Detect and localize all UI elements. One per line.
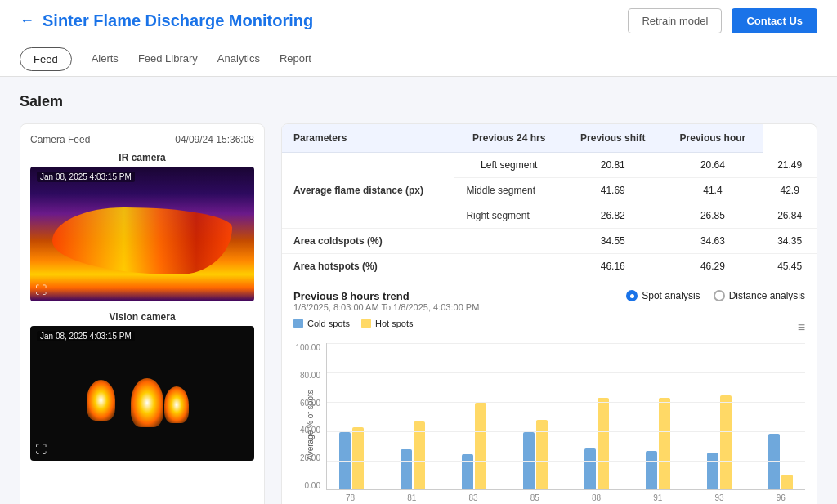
prevshift-val: 41.4 (662, 178, 763, 203)
col-parameters: Parameters (282, 124, 454, 153)
hot-bar (598, 398, 609, 489)
bar-group-83 (450, 403, 498, 489)
legend-cold-label: Cold spots (307, 319, 350, 328)
prevhour-val: 42.9 (763, 178, 817, 203)
expand-vision-icon[interactable]: ⛶ (35, 443, 47, 456)
spot-analysis-label: Spot analysis (642, 290, 700, 301)
main-grid: Camera Feed 04/09/24 15:36:08 IR camera … (20, 123, 817, 504)
cold-bar (584, 448, 596, 489)
coldspots-row: Area coldspots (%) 34.55 34.63 34.35 (282, 229, 817, 254)
x-label: 88 (572, 493, 620, 502)
segment-label: Middle segment (454, 178, 563, 203)
bar-group-81 (388, 421, 436, 489)
nav-item-report[interactable]: Report (280, 42, 311, 76)
bar-group-91 (634, 398, 683, 489)
prevhour-val: 26.84 (763, 203, 817, 229)
chart-legend: Cold spots Hot spots (293, 319, 413, 328)
prev24-val: 41.69 (563, 178, 662, 203)
bar-group-96 (757, 434, 805, 489)
segment-label: Left segment (454, 153, 563, 178)
trend-top: Previous 8 hours trend 1/8/2025, 8:03:00… (293, 290, 805, 319)
vision-timestamp: Jan 08, 2025 4:03:15 PM (37, 331, 135, 341)
bar-group-93 (696, 395, 744, 489)
nav-item-feed[interactable]: Feed (20, 47, 72, 71)
col-prevshift: Previous shift (563, 124, 662, 153)
prevshift-val: 26.85 (662, 203, 763, 229)
distance-analysis-option[interactable]: Distance analysis (714, 290, 805, 301)
coldspots-label: Area coldspots (%) (282, 229, 563, 254)
nav-item-alerts[interactable]: Alerts (92, 42, 119, 76)
x-label: 85 (511, 493, 559, 502)
hotspots-row: Area hotspots (%) 46.16 46.29 45.45 (282, 254, 817, 279)
nav-item-feed-library[interactable]: Feed Library (138, 42, 198, 76)
header-right: Retrain model Contact Us (628, 8, 817, 33)
hot-bar (659, 398, 670, 489)
hot-bar (475, 403, 486, 489)
segment-label: Right segment (454, 203, 563, 229)
x-label: 96 (757, 493, 805, 502)
hot-bar (414, 421, 425, 489)
vision-flame-3 (164, 386, 189, 423)
vision-camera-bg (30, 326, 254, 461)
spot-analysis-option[interactable]: Spot analysis (626, 290, 700, 301)
expand-ir-icon[interactable]: ⛶ (35, 283, 47, 297)
x-label: 91 (633, 493, 682, 502)
distance-analysis-label: Distance analysis (729, 290, 805, 301)
legend-hot-dot (361, 319, 371, 328)
hot-bar (720, 395, 732, 489)
retrain-button[interactable]: Retrain model (628, 8, 722, 33)
hotspots-label: Area hotspots (%) (282, 254, 563, 279)
x-label: 81 (387, 493, 436, 502)
back-button[interactable]: ← (20, 12, 34, 29)
x-label: 83 (450, 493, 498, 502)
legend-cold-dot (293, 319, 303, 328)
parameters-table: Parameters Previous 24 hrs Previous shif… (282, 124, 817, 279)
trend-title: Previous 8 hours trend (293, 290, 479, 302)
ir-camera-feed: Jan 08, 2025 4:03:15 PM ⛶ (30, 167, 254, 301)
trend-title-block: Previous 8 hours trend 1/8/2025, 8:03:00… (293, 290, 479, 319)
cold-bar (339, 432, 351, 489)
vision-camera-label: Vision camera (30, 311, 254, 323)
trend-range: 1/8/2025, 8:03:00 AM To 1/8/2025, 4:03:0… (293, 302, 479, 312)
cold-bar (768, 434, 780, 489)
vision-flame-2 (131, 378, 163, 427)
page-title: Sinter Flame Discharge Monitoring (43, 11, 313, 30)
ir-timestamp: Jan 08, 2025 4:03:15 PM (37, 172, 135, 182)
nav-item-analytics[interactable]: Analytics (217, 42, 260, 76)
avg-flame-label: Average flame distance (px) (282, 153, 454, 229)
location-title: Salem (20, 93, 817, 110)
x-label: 78 (326, 493, 374, 502)
cold-bar (707, 453, 718, 489)
camera-timestamp: 04/09/24 15:36:08 (175, 134, 254, 145)
table-row: Average flame distance (px) Left segment… (282, 153, 817, 178)
y-axis: 100.00 80.00 60.00 40.00 20.00 0.00 (293, 343, 325, 490)
spot-radio-circle (626, 290, 638, 301)
distance-radio-circle (714, 290, 725, 301)
cold-bar (523, 432, 535, 489)
cold-bar (646, 451, 657, 489)
ir-camera-bg (30, 167, 254, 301)
col-prevhour: Previous hour (662, 124, 763, 153)
chart-menu-icon[interactable]: ≡ (798, 320, 805, 335)
vision-flame-1 (87, 380, 115, 421)
ir-camera-label: IR camera (30, 152, 254, 163)
cold-bar (462, 454, 473, 489)
legend-cold: Cold spots (293, 319, 350, 328)
x-labels-container: 7881838588919396 (326, 493, 805, 502)
col-prev24: Previous 24 hrs (454, 124, 563, 153)
navigation: FeedAlertsFeed LibraryAnalyticsReport (0, 42, 837, 77)
trend-section: Previous 8 hours trend 1/8/2025, 8:03:00… (282, 279, 817, 504)
data-panel: Parameters Previous 24 hrs Previous shif… (281, 123, 817, 504)
ir-flame-shape (52, 207, 231, 275)
chart-bars-container (326, 343, 805, 490)
prev24-val: 20.81 (563, 153, 662, 178)
camera-panel: Camera Feed 04/09/24 15:36:08 IR camera … (20, 123, 265, 504)
prevshift-val: 20.64 (662, 153, 763, 178)
vision-camera-feed: Jan 08, 2025 4:03:15 PM ⛶ (30, 326, 254, 461)
bar-group-88 (573, 398, 621, 489)
prev24-val: 26.82 (563, 203, 662, 229)
camera-feed-label: Camera Feed (30, 134, 90, 145)
hot-bar (352, 427, 364, 489)
main-content: Salem Camera Feed 04/09/24 15:36:08 IR c… (0, 77, 837, 504)
contact-button[interactable]: Contact Us (732, 8, 817, 33)
